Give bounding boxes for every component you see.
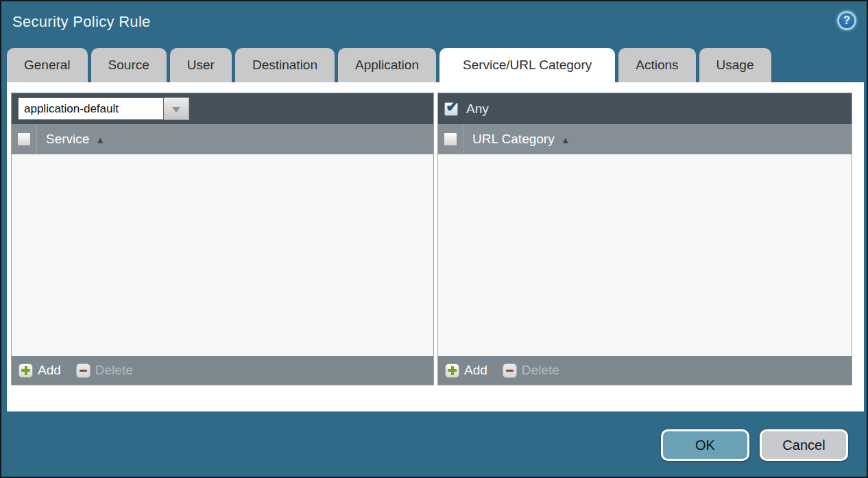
add-button-label: Add [464,363,487,378]
sort-ascending-icon[interactable]: ▲ [95,133,105,145]
any-checkbox[interactable]: ✔ [444,102,458,116]
service-list-body[interactable] [12,154,433,356]
dialog-title: Security Policy Rule [12,13,151,31]
url-category-add-button[interactable]: Add [445,363,487,378]
url-category-column-label-wrap: URL Category ▲ [463,124,570,154]
tab-application[interactable]: Application [338,48,436,82]
tab-actions[interactable]: Actions [618,48,695,82]
url-category-column-header: URL Category ▲ [438,124,852,154]
url-category-column-label: URL Category [472,132,555,147]
service-footer-bar: Add Delete [12,356,433,385]
service-type-combobox: ▼ [18,97,189,120]
any-checkbox-label: Any [466,101,489,117]
cancel-button[interactable]: Cancel [760,429,848,461]
plus-icon [19,363,33,378]
tab-user[interactable]: User [170,48,232,82]
ok-button[interactable]: OK [661,429,749,461]
tab-destination[interactable]: Destination [235,48,335,82]
url-category-select-all-checkbox[interactable] [444,132,457,146]
url-category-footer-bar: Add Delete [438,356,852,385]
delete-button-label: Delete [522,363,559,378]
dialog-button-row: OK Cancel [661,429,848,461]
url-category-any-bar: ✔ Any [438,93,852,124]
add-button-label: Add [38,363,61,378]
plus-icon [445,363,459,378]
tab-source[interactable]: Source [91,48,167,82]
service-type-bar: ▼ [12,93,433,124]
check-icon: ✔ [446,97,459,116]
service-add-button[interactable]: Add [19,363,61,378]
chevron-down-icon: ▼ [169,104,182,114]
service-delete-button: Delete [76,363,133,378]
delete-button-label: Delete [95,363,133,378]
service-panel: ▼ Service ▲ Add [11,93,434,385]
service-select-all-checkbox[interactable] [17,132,31,146]
service-type-input[interactable] [18,97,164,120]
url-category-delete-button: Delete [503,363,559,378]
service-column-header: Service ▲ [12,124,433,154]
service-column-label: Service [46,132,89,147]
tab-service-url-category[interactable]: Service/URL Category [439,48,615,82]
service-select-all-cell [12,124,37,154]
minus-icon [76,363,91,378]
tab-general[interactable]: General [7,48,88,82]
tab-usage[interactable]: Usage [699,48,771,82]
minus-icon [503,363,517,378]
sort-ascending-icon[interactable]: ▲ [561,133,570,145]
tab-content-area: ▼ Service ▲ Add [7,82,864,411]
tab-bar: General Source User Destination Applicat… [7,48,771,82]
security-policy-rule-dialog: Security Policy Rule ? General Source Us… [0,0,868,478]
question-icon: ? [843,14,850,27]
url-category-panel: ✔ Any URL Category ▲ Add [437,93,852,385]
url-category-select-all-cell [438,124,463,154]
url-category-list-body[interactable] [438,154,852,356]
service-column-label-wrap: Service ▲ [37,124,105,154]
help-button[interactable]: ? [837,11,856,30]
service-type-dropdown-button[interactable]: ▼ [164,97,189,120]
